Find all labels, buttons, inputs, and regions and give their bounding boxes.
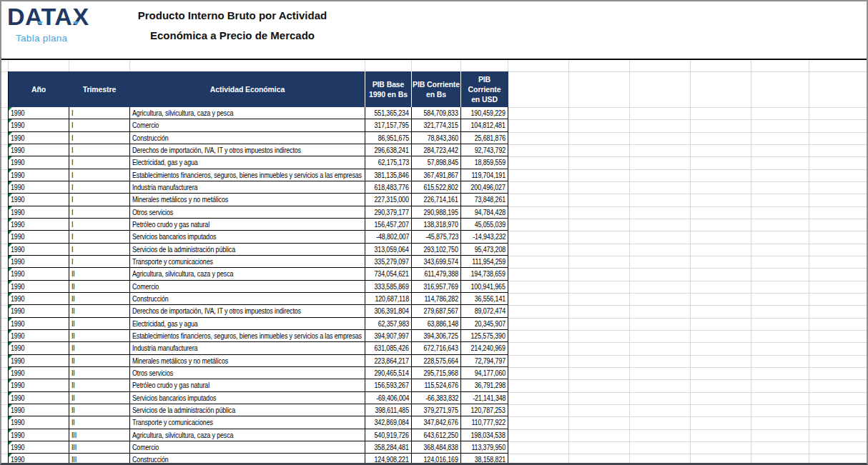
- cell-ano[interactable]: 1990: [9, 281, 69, 293]
- cell-trimestre[interactable]: II: [69, 330, 130, 342]
- cell-pib-base[interactable]: 342,869,084: [365, 416, 412, 429]
- cell-actividad[interactable]: Industria manufacturera: [130, 342, 365, 354]
- cell-pib-corriente-bs[interactable]: 672,716,643: [412, 342, 461, 354]
- cell-actividad[interactable]: Petróleo crudo y gas natural: [130, 219, 365, 231]
- cell-pib-corriente-bs[interactable]: 316,957,769: [412, 281, 461, 293]
- cell-pib-corriente-usd[interactable]: 190,459,229: [461, 107, 508, 119]
- cell-ano[interactable]: 1990: [9, 416, 69, 429]
- cell-actividad[interactable]: Industria manufacturera: [130, 181, 365, 194]
- cell-pib-base[interactable]: 124,908,221: [365, 454, 412, 465]
- cell-pib-corriente-usd[interactable]: 18,859,559: [461, 156, 508, 169]
- cell-actividad[interactable]: Servicios de la administración pública: [130, 404, 365, 416]
- header-pib-corriente-usd[interactable]: PIB Corriente en USD: [461, 71, 508, 107]
- cell-pib-base[interactable]: 618,483,776: [365, 181, 412, 194]
- cell-ano[interactable]: 1990: [9, 429, 69, 441]
- cell-ano[interactable]: 1990: [9, 330, 69, 342]
- cell-pib-base[interactable]: 223,864,217: [365, 355, 412, 367]
- cell-pib-base[interactable]: 290,379,177: [365, 206, 412, 219]
- cell-ano[interactable]: 1990: [9, 231, 69, 243]
- cell-pib-corriente-usd[interactable]: 73,848,261: [461, 194, 508, 206]
- cell-trimestre[interactable]: I: [69, 181, 130, 194]
- cell-trimestre[interactable]: II: [69, 293, 130, 305]
- cell-trimestre[interactable]: III: [69, 429, 130, 441]
- cell-pib-corriente-bs[interactable]: 394,306,725: [412, 330, 461, 342]
- cell-ano[interactable]: 1990: [9, 256, 69, 268]
- cell-ano[interactable]: 1990: [9, 107, 69, 119]
- cell-pib-corriente-bs[interactable]: 114,786,282: [412, 293, 461, 305]
- cell-trimestre[interactable]: II: [69, 392, 130, 404]
- cell-pib-corriente-bs[interactable]: 57,898,845: [412, 156, 461, 169]
- cell-trimestre[interactable]: I: [69, 231, 130, 243]
- cell-pib-base[interactable]: 156,457,207: [365, 219, 412, 231]
- cell-pib-base[interactable]: 86,951,675: [365, 132, 412, 144]
- cell-actividad[interactable]: Comercio: [130, 441, 365, 454]
- cell-pib-corriente-usd[interactable]: 194,738,659: [461, 268, 508, 280]
- cell-trimestre[interactable]: II: [69, 379, 130, 391]
- cell-pib-base[interactable]: 381,135,846: [365, 169, 412, 181]
- cell-pib-corriente-bs[interactable]: 124,016,169: [412, 454, 461, 465]
- cell-pib-corriente-bs[interactable]: 643,612,250: [412, 429, 461, 441]
- cell-pib-base[interactable]: 394,907,997: [365, 330, 412, 342]
- cell-pib-base[interactable]: 120,687,118: [365, 293, 412, 305]
- cell-pib-corriente-bs[interactable]: 584,709,833: [412, 107, 461, 119]
- cell-actividad[interactable]: Minerales metálicos y no metálicos: [130, 355, 365, 367]
- cell-pib-corriente-usd[interactable]: 94,784,428: [461, 206, 508, 219]
- cell-ano[interactable]: 1990: [9, 318, 69, 330]
- cell-actividad[interactable]: Petróleo crudo y gas natural: [130, 379, 365, 391]
- cell-pib-corriente-bs[interactable]: 295,715,968: [412, 367, 461, 379]
- header-actividad[interactable]: Actividad Económica: [130, 71, 365, 107]
- cell-ano[interactable]: 1990: [9, 293, 69, 305]
- cell-trimestre[interactable]: II: [69, 318, 130, 330]
- cell-pib-corriente-usd[interactable]: 125,575,390: [461, 330, 508, 342]
- worksheet-area[interactable]: Año Trimestre Actividad Económica PIB Ba…: [1, 60, 868, 465]
- cell-ano[interactable]: 1990: [9, 244, 69, 256]
- cell-trimestre[interactable]: I: [69, 119, 130, 131]
- cell-pib-base[interactable]: 313,059,064: [365, 244, 412, 256]
- cell-actividad[interactable]: Comercio: [130, 119, 365, 131]
- cell-pib-corriente-usd[interactable]: 36,791,298: [461, 379, 508, 391]
- cell-pib-corriente-usd[interactable]: 110,777,922: [461, 416, 508, 429]
- cell-trimestre[interactable]: I: [69, 256, 130, 268]
- cell-pib-corriente-bs[interactable]: -45,875,723: [412, 231, 461, 243]
- cell-pib-corriente-bs[interactable]: 63,886,148: [412, 318, 461, 330]
- cell-ano[interactable]: 1990: [9, 194, 69, 206]
- cell-trimestre[interactable]: I: [69, 206, 130, 219]
- cell-pib-corriente-bs[interactable]: 226,714,161: [412, 194, 461, 206]
- cell-trimestre[interactable]: II: [69, 404, 130, 416]
- cell-actividad[interactable]: Transporte y comunicaciones: [130, 416, 365, 429]
- cell-ano[interactable]: 1990: [9, 144, 69, 156]
- cell-ano[interactable]: 1990: [9, 342, 69, 354]
- cell-pib-base[interactable]: 551,365,234: [365, 107, 412, 119]
- cell-pib-corriente-bs[interactable]: 367,491,867: [412, 169, 461, 181]
- cell-actividad[interactable]: Agricultura, silvicultura, caza y pesca: [130, 107, 365, 119]
- cell-actividad[interactable]: Agricultura, silvicultura, caza y pesca: [130, 429, 365, 441]
- cell-pib-corriente-usd[interactable]: 120,787,253: [461, 404, 508, 416]
- cell-pib-corriente-bs[interactable]: 293,102,750: [412, 244, 461, 256]
- cell-pib-corriente-usd[interactable]: 45,055,039: [461, 219, 508, 231]
- cell-actividad[interactable]: Construcción: [130, 132, 365, 144]
- cell-ano[interactable]: 1990: [9, 441, 69, 454]
- cell-actividad[interactable]: Derechos de importación, IVA, IT y otros…: [130, 144, 365, 156]
- cell-trimestre[interactable]: I: [69, 244, 130, 256]
- cell-pib-corriente-usd[interactable]: -21,141,348: [461, 392, 508, 404]
- cell-pib-corriente-usd[interactable]: 89,072,474: [461, 305, 508, 317]
- cell-pib-corriente-bs[interactable]: 343,699,574: [412, 256, 461, 268]
- cell-pib-corriente-bs[interactable]: 284,723,442: [412, 144, 461, 156]
- header-trimestre[interactable]: Trimestre: [69, 71, 130, 107]
- cell-pib-corriente-usd[interactable]: 111,954,259: [461, 256, 508, 268]
- cell-pib-base[interactable]: 62,175,173: [365, 156, 412, 169]
- cell-trimestre[interactable]: II: [69, 355, 130, 367]
- cell-pib-corriente-usd[interactable]: 25,681,876: [461, 132, 508, 144]
- cell-pib-base[interactable]: 62,357,983: [365, 318, 412, 330]
- cell-actividad[interactable]: Agricultura, silvicultura, caza y pesca: [130, 268, 365, 280]
- cell-ano[interactable]: 1990: [9, 206, 69, 219]
- cell-pib-base[interactable]: 306,391,804: [365, 305, 412, 317]
- cell-actividad[interactable]: Otros servicios: [130, 206, 365, 219]
- cell-pib-corriente-bs[interactable]: 228,575,664: [412, 355, 461, 367]
- cell-ano[interactable]: 1990: [9, 404, 69, 416]
- cell-pib-corriente-bs[interactable]: 138,318,970: [412, 219, 461, 231]
- cell-actividad[interactable]: Electricidad, gas y agua: [130, 318, 365, 330]
- cell-trimestre[interactable]: II: [69, 367, 130, 379]
- cell-actividad[interactable]: Servicios de la administración pública: [130, 244, 365, 256]
- cell-ano[interactable]: 1990: [9, 169, 69, 181]
